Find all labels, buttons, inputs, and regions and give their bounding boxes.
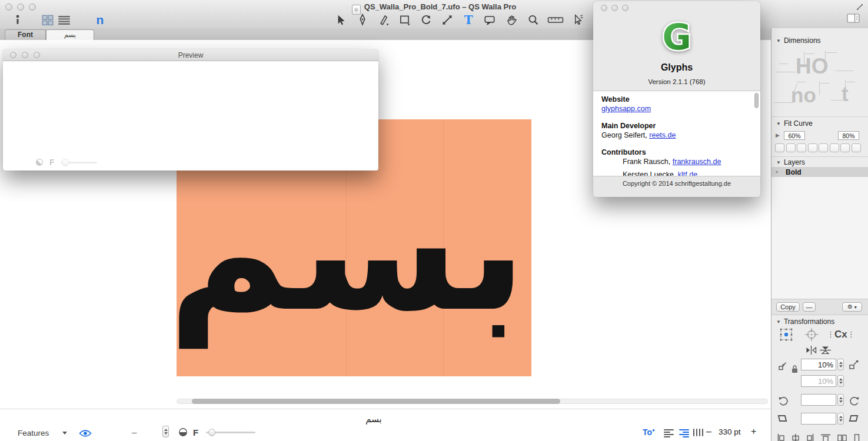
preview-size-slider[interactable]	[61, 162, 97, 163]
layer-row-bold[interactable]: ▾ Bold	[771, 167, 868, 177]
layer-list[interactable]	[771, 177, 868, 299]
align-right-edge-icon[interactable]	[807, 434, 814, 441]
grid-view-icon[interactable]	[41, 14, 54, 26]
skew-field[interactable]	[801, 413, 836, 425]
horizontal-scrollbar-thumb[interactable]	[192, 399, 560, 404]
knife-tool-button[interactable]	[377, 14, 390, 26]
fullscreen-icon[interactable]	[855, 2, 864, 12]
rotate-ccw-icon[interactable]	[777, 395, 789, 407]
panel-header-fit-curve[interactable]: ▼Fit Curve	[776, 119, 813, 128]
fit-curve-step-button[interactable]	[808, 143, 817, 152]
select-tool-button[interactable]	[334, 14, 347, 26]
scale-y-stepper[interactable]	[837, 375, 844, 387]
select-alt-tool-button[interactable]	[571, 14, 584, 26]
copy-button[interactable]: Copy	[776, 302, 800, 312]
preview-size-slider[interactable]	[206, 432, 255, 433]
features-caret-icon[interactable]	[62, 432, 67, 435]
text-tool-button[interactable]: T	[462, 14, 475, 26]
link-kltf[interactable]: kltf.de	[678, 171, 697, 176]
scale-y-field[interactable]	[801, 375, 836, 387]
scale-up-icon[interactable]	[848, 359, 860, 370]
kerning-indicator[interactable]: To●	[643, 427, 655, 437]
align-center-h-icon[interactable]	[791, 434, 800, 441]
primitives-tool-button[interactable]	[398, 14, 411, 26]
transform-origin-selection-icon[interactable]	[779, 327, 794, 342]
align-left-edge-icon[interactable]	[777, 434, 784, 441]
gear-menu-button[interactable]: ⚙ ▾	[842, 302, 862, 312]
panel-header-layers[interactable]: ▼Layers	[776, 158, 805, 166]
rotate-cw-icon[interactable]	[849, 395, 860, 407]
f-preview-icon[interactable]: F	[193, 427, 198, 437]
align-middle-icon[interactable]	[837, 434, 847, 441]
transform-origin-metrics-icon[interactable]: ⋮Cx⋮	[827, 329, 855, 340]
invert-preview-icon[interactable]	[177, 426, 190, 439]
annotation-tool-button[interactable]	[483, 14, 496, 26]
scale-tool-button[interactable]	[441, 14, 454, 26]
fit-curve-play-icon[interactable]: ▶	[776, 132, 780, 138]
rotation-stepper[interactable]	[837, 394, 844, 406]
fit-curve-step-button[interactable]	[775, 143, 784, 152]
rotation-field[interactable]	[801, 394, 836, 406]
minimize-button[interactable]	[611, 5, 618, 11]
transform-origin-reference-icon[interactable]	[804, 327, 819, 342]
pen-tool-button[interactable]	[356, 14, 369, 26]
fit-curve-step-button[interactable]	[830, 143, 839, 152]
align-right-icon[interactable]	[679, 429, 689, 437]
zoom-button[interactable]	[622, 5, 628, 11]
disclosure-triangle-icon[interactable]: ▼	[776, 38, 781, 44]
info-icon[interactable]	[11, 14, 24, 26]
invert-preview-icon[interactable]	[35, 158, 44, 166]
instance-selector[interactable]: –	[132, 427, 137, 437]
remove-button[interactable]: —	[803, 302, 816, 312]
panel-header-dimensions[interactable]: ▼Dimensions	[776, 36, 821, 45]
preview-size-slider-knob[interactable]	[62, 159, 69, 166]
disclosure-triangle-icon[interactable]: ▼	[776, 121, 781, 126]
close-button[interactable]	[601, 5, 607, 11]
features-dropdown[interactable]: Features	[18, 429, 49, 437]
sidebar-toggle-icon[interactable]	[847, 14, 860, 23]
fit-curve-step-button[interactable]	[852, 143, 861, 152]
preview-titlebar[interactable]: Preview	[3, 49, 378, 61]
fit-curve-max-field[interactable]	[838, 131, 859, 140]
instance-stepper[interactable]	[162, 426, 169, 437]
list-view-icon[interactable]	[58, 14, 71, 26]
panel-header-transformations[interactable]: ▼Transformations	[776, 318, 834, 326]
disclosure-triangle-icon[interactable]: ▼	[776, 319, 781, 325]
scale-down-icon[interactable]	[777, 360, 788, 371]
fit-curve-step-button[interactable]	[797, 143, 806, 152]
preview-eye-icon[interactable]	[79, 429, 92, 437]
font-size-value[interactable]: 330 pt	[719, 427, 741, 436]
fit-curve-step-button[interactable]	[819, 143, 828, 152]
disclosure-triangle-icon[interactable]: ▼	[776, 160, 781, 165]
flip-horizontal-button[interactable]	[806, 346, 817, 355]
font-size-increase-button[interactable]: +	[751, 426, 756, 437]
link-glyphsapp[interactable]: glyphsapp.com	[601, 105, 651, 113]
fit-curve-step-button[interactable]	[840, 143, 850, 152]
flip-vertical-button[interactable]	[820, 346, 831, 355]
scale-x-field[interactable]	[801, 359, 836, 370]
scale-x-stepper[interactable]	[837, 359, 844, 370]
f-preview-icon[interactable]: F	[49, 158, 55, 167]
skew-left-icon[interactable]	[778, 415, 787, 422]
align-bottom-icon[interactable]	[854, 434, 860, 441]
link-frankrausch[interactable]: frankrausch.de	[673, 158, 721, 166]
link-reets[interactable]: reets.de	[649, 131, 676, 139]
skew-stepper[interactable]	[837, 413, 844, 425]
preview-size-slider-knob[interactable]	[208, 429, 215, 436]
tab-font[interactable]: Font	[5, 29, 46, 40]
zoom-tool-button[interactable]	[527, 14, 540, 26]
fit-curve-min-field[interactable]	[784, 131, 805, 140]
align-left-icon[interactable]	[664, 429, 674, 437]
rotate-tool-button[interactable]	[420, 14, 433, 26]
measure-tool-button[interactable]	[547, 14, 564, 26]
align-top-icon[interactable]	[821, 434, 830, 441]
skew-right-icon[interactable]	[849, 415, 859, 422]
font-size-decrease-button[interactable]: –	[706, 426, 711, 437]
layer-visibility-icon[interactable]: ▾	[776, 169, 778, 175]
hand-tool-button[interactable]	[505, 14, 518, 26]
tab-glyph-bism[interactable]: بسم	[46, 29, 94, 40]
about-scrollbar-thumb[interactable]	[754, 93, 759, 108]
vertical-layout-icon[interactable]	[693, 429, 703, 436]
fit-curve-step-button[interactable]	[786, 143, 796, 152]
about-titlebar[interactable]	[593, 1, 760, 13]
